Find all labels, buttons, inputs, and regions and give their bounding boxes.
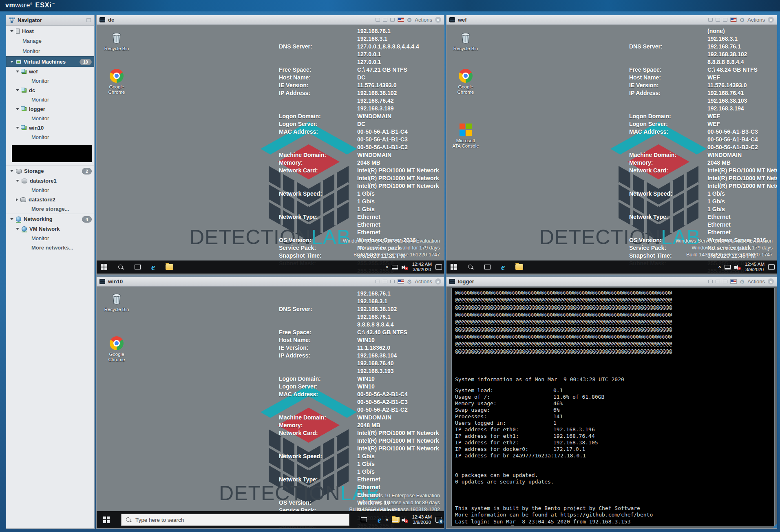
chevron-down-icon[interactable] [10,218,13,220]
keyboard-layout-flag-icon[interactable] [398,279,404,284]
vm-console-screen[interactable]: @@@@@@@@@@@@@@@@@@@@@@@@@@@@@@@@@@@@@@@@… [446,287,777,528]
action-center-icon[interactable] [768,264,775,270]
sidebar-item-datastore1-monitor[interactable]: Monitor [6,185,94,195]
chevron-down-icon[interactable] [10,30,13,32]
gear-icon[interactable]: ⚙ [740,279,745,285]
maximize-icon[interactable] [390,280,395,283]
windows-taskbar[interactable]: Type here to search e ^ × 12:43 AM3/9/20… [97,511,444,528]
terminal-prompt[interactable]: vagrant@logger:~$ [455,525,514,526]
popout-icon[interactable] [708,280,713,283]
vm-console-screen[interactable]: DETECTIONLAB Recycle Bin Google Chrome 1… [97,287,444,528]
taskbar-clock[interactable]: 12:43 AM3/9/2020 [412,514,432,525]
search-icon[interactable] [468,264,474,270]
sidebar-item-vm-win10[interactable]: win10 [6,123,94,132]
microsoft-ata-console-icon[interactable]: Microsoft ATA Console [452,122,479,149]
tray-chevron-icon[interactable]: ^ [718,265,721,271]
keyboard-layout-flag-icon[interactable] [730,279,737,284]
chevron-down-icon[interactable] [16,228,19,230]
windows-taskbar[interactable]: e ^ × 12:45 AM3/9/2020 [446,260,777,274]
tray-chevron-icon[interactable]: ^ [385,518,388,523]
start-button-icon[interactable] [101,264,107,270]
keyboard-layout-flag-icon[interactable] [398,18,404,22]
internet-explorer-icon[interactable]: e [151,263,155,271]
recycle-bin-icon[interactable]: Recycle Bin [103,30,130,51]
actions-menu[interactable]: Actions [415,278,432,285]
taskbar-search-input[interactable]: Type here to search [121,514,349,526]
google-chrome-icon[interactable]: Google Chrome [103,336,130,362]
sidebar-item-virtual-machines[interactable]: Virtual Machines 10 [6,56,94,67]
sidebar-item-host-manage[interactable]: Manage [6,36,94,46]
edge-icon[interactable]: e [378,516,381,524]
close-icon[interactable]: × [435,17,441,23]
resize-grip[interactable] [772,524,777,528]
sidebar-item-storage[interactable]: Storage 2 [6,166,94,176]
actions-menu[interactable]: Actions [747,17,765,23]
gear-icon[interactable]: ⚙ [407,17,412,23]
window-titlebar[interactable]: logger ⚙ Actions × [446,277,777,287]
actions-menu[interactable]: Actions [747,278,765,285]
sidebar-item-vm-network-monitor[interactable]: Monitor [6,234,94,243]
network-tray-icon[interactable] [392,518,398,522]
google-chrome-icon[interactable]: Google Chrome [103,68,130,95]
file-explorer-icon[interactable] [166,264,173,270]
window-titlebar[interactable]: dc ⚙ Actions × [97,15,444,25]
task-view-icon[interactable] [484,265,491,269]
muted-speaker-icon[interactable]: × [402,517,408,523]
start-button-icon[interactable] [451,264,457,270]
chevron-down-icon[interactable] [16,71,19,73]
taskbar-clock[interactable]: 12:42 AM3/9/2020 [412,262,432,272]
recycle-bin-icon[interactable]: Recycle Bin [452,30,479,51]
restore-icon[interactable] [383,18,387,22]
popout-icon[interactable] [708,18,713,22]
taskbar-clock[interactable]: 12:45 AM3/9/2020 [745,262,765,272]
close-icon[interactable]: × [768,17,774,23]
chevron-down-icon[interactable] [10,170,13,172]
maximize-icon[interactable] [390,18,395,22]
sidebar-item-more-storage[interactable]: More storage... [6,204,94,214]
keyboard-layout-flag-icon[interactable] [730,18,737,22]
muted-speaker-icon[interactable]: × [402,265,408,270]
close-icon[interactable]: × [435,278,441,285]
action-center-icon[interactable] [435,264,442,270]
sidebar-item-vm-dc-monitor[interactable]: Monitor [6,95,94,104]
sidebar-item-datastore2[interactable]: datastore2 [6,195,94,204]
google-chrome-icon[interactable]: Google Chrome [452,68,479,95]
recycle-bin-icon[interactable]: Recycle Bin [103,291,130,312]
linux-terminal[interactable]: @@@@@@@@@@@@@@@@@@@@@@@@@@@@@@@@@@@@@@@@… [451,288,775,526]
popout-icon[interactable] [376,18,380,22]
network-tray-icon[interactable] [725,265,731,269]
vm-console-screen[interactable]: DETECTIONLAB Recycle Bin Google Chrome 1… [97,25,444,275]
popout-icon[interactable] [376,280,380,283]
chevron-right-icon[interactable] [16,198,18,201]
search-icon[interactable] [118,264,124,270]
chevron-down-icon[interactable] [16,89,19,91]
chevron-down-icon[interactable] [16,108,19,110]
window-titlebar[interactable]: wef ⚙ Actions × [446,15,777,25]
muted-speaker-icon[interactable]: × [734,265,741,270]
maximize-icon[interactable] [723,18,727,22]
windows-taskbar[interactable]: e ^ × 12:42 AM3/9/2020 [97,260,444,274]
maximize-icon[interactable] [723,280,727,283]
close-icon[interactable]: × [768,278,774,285]
sidebar-item-more-networks[interactable]: More networks... [6,243,94,252]
sidebar-item-vm-wef-monitor[interactable]: Monitor [6,76,94,86]
sidebar-item-vm-logger-monitor[interactable]: Monitor [6,114,94,123]
sidebar-item-vm-win10-monitor[interactable]: Monitor [6,132,94,142]
chevron-down-icon[interactable] [16,127,19,129]
network-tray-icon[interactable] [392,265,398,269]
sidebar-item-host-monitor[interactable]: Monitor [6,46,94,56]
action-center-icon[interactable]: 6 [435,517,442,523]
chevron-down-icon[interactable] [10,61,13,63]
vm-console-screen[interactable]: DETECTIONLAB Recycle Bin Google Chrome M… [446,25,777,275]
task-view-icon[interactable] [361,517,367,522]
restore-icon[interactable] [716,18,720,22]
tray-chevron-icon[interactable]: ^ [385,265,388,271]
start-button-icon[interactable] [103,517,110,523]
chevron-down-icon[interactable] [16,180,19,182]
file-explorer-icon[interactable] [515,264,523,270]
collapse-panel-icon[interactable] [86,18,91,22]
gear-icon[interactable]: ⚙ [407,279,412,285]
restore-icon[interactable] [383,280,387,283]
sidebar-item-vm-wef[interactable]: wef [6,67,94,76]
sidebar-item-vm-dc[interactable]: dc [6,86,94,95]
